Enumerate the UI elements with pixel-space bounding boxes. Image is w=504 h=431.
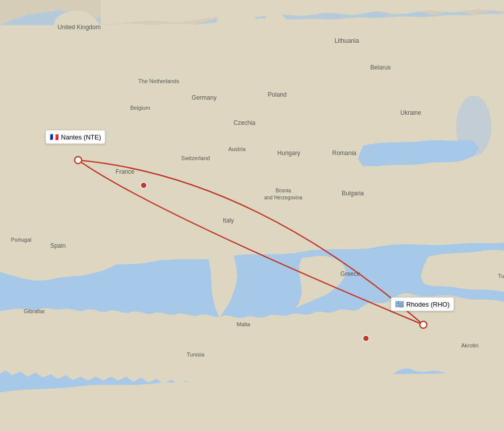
svg-text:Belgium: Belgium — [130, 105, 150, 111]
svg-text:Malta: Malta — [237, 321, 251, 327]
svg-point-4 — [456, 96, 491, 156]
svg-text:Bulgaria: Bulgaria — [342, 190, 364, 197]
svg-text:Bosnia: Bosnia — [276, 188, 291, 193]
svg-text:Portugal: Portugal — [11, 237, 32, 243]
svg-text:Czechia: Czechia — [233, 119, 256, 126]
svg-text:Austria: Austria — [228, 146, 246, 152]
svg-text:Italy: Italy — [223, 217, 234, 224]
svg-text:Romania: Romania — [332, 150, 356, 157]
rhodes-label-text: Rhodes (RHO) — [406, 301, 450, 308]
svg-point-8 — [75, 157, 82, 164]
svg-point-7 — [363, 335, 369, 341]
svg-text:Tunisia: Tunisia — [186, 351, 205, 357]
nantes-airport-label: 🇫🇷 Nantes (NTE) — [45, 130, 105, 144]
svg-text:and Herzegovina: and Herzegovina — [264, 195, 302, 200]
svg-text:Tu: Tu — [498, 273, 504, 279]
svg-text:Gibraltar: Gibraltar — [24, 308, 45, 314]
map-container: United Kingdom The Netherlands Belgium G… — [0, 0, 504, 431]
svg-point-6 — [141, 182, 147, 188]
svg-text:Spain: Spain — [50, 242, 66, 249]
greece-flag-icon: 🇬🇷 — [395, 300, 404, 308]
svg-text:France: France — [115, 168, 135, 175]
svg-text:Germany: Germany — [192, 94, 216, 101]
svg-text:The Netherlands: The Netherlands — [138, 78, 179, 84]
nantes-label-text: Nantes (NTE) — [61, 133, 101, 141]
rhodes-airport-label: 🇬🇷 Rhodes (RHO) — [391, 297, 454, 311]
svg-text:Akrotiri: Akrotiri — [461, 342, 478, 348]
svg-text:Switzerland: Switzerland — [181, 155, 210, 161]
svg-text:Ukraine: Ukraine — [400, 109, 421, 116]
svg-point-9 — [420, 321, 427, 328]
svg-text:Lithuania: Lithuania — [335, 37, 359, 44]
svg-text:Belarus: Belarus — [370, 64, 391, 71]
svg-text:Hungary: Hungary — [277, 150, 300, 157]
svg-text:United Kingdom: United Kingdom — [57, 24, 100, 31]
svg-text:Poland: Poland — [268, 91, 286, 98]
map-svg: United Kingdom The Netherlands Belgium G… — [0, 0, 504, 431]
france-flag-icon: 🇫🇷 — [50, 133, 58, 141]
svg-text:Greece: Greece — [340, 270, 360, 277]
